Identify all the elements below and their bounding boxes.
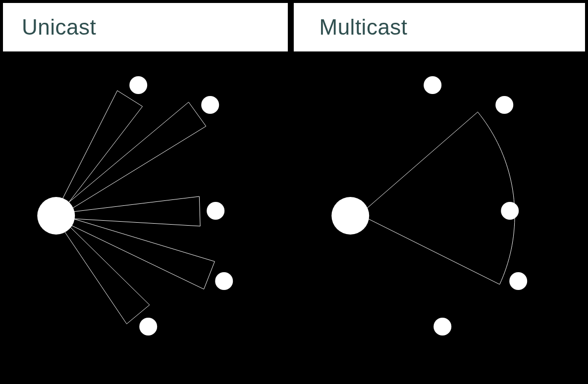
unicast-destination-node bbox=[215, 272, 233, 290]
multicast-source-node bbox=[331, 197, 369, 235]
multicast-beam bbox=[360, 112, 515, 284]
unicast-panel-label: Unicast bbox=[0, 0, 291, 54]
multicast-idle-node bbox=[424, 76, 441, 94]
diagram-row bbox=[0, 54, 588, 384]
multicast-idle-node bbox=[433, 318, 451, 336]
unicast-destination-node bbox=[129, 76, 147, 94]
multicast-destination-node bbox=[495, 96, 513, 114]
unicast-source-node bbox=[37, 197, 75, 235]
multicast-diagram bbox=[294, 54, 588, 384]
unicast-destination-node bbox=[207, 202, 224, 220]
multicast-destination-node bbox=[501, 202, 519, 220]
unicast-destination-node bbox=[139, 318, 157, 336]
unicast-diagram bbox=[0, 54, 294, 384]
unicast-beam bbox=[67, 196, 200, 226]
multicast-destination-node bbox=[509, 272, 527, 290]
unicast-destination-node bbox=[201, 96, 219, 114]
multicast-panel-label: Multicast bbox=[291, 0, 588, 54]
